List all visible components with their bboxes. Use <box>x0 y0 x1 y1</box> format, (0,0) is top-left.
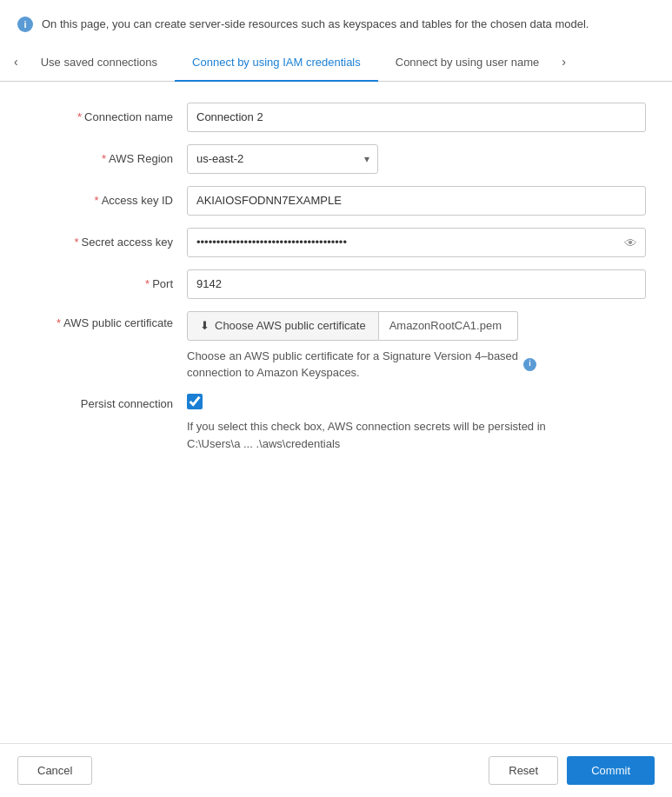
cert-desc-text: Choose an AWS public certificate for a S… <box>187 348 518 382</box>
footer-left: Cancel <box>17 756 92 785</box>
info-banner: i On this page, you can create server-si… <box>0 0 672 43</box>
aws-region-label: *AWS Region <box>26 152 187 165</box>
port-input[interactable] <box>187 269 646 299</box>
required-star-key: * <box>95 194 99 207</box>
port-label: *Port <box>26 277 187 290</box>
choose-cert-button[interactable]: ⬇ Choose AWS public certificate <box>187 311 379 341</box>
aws-cert-row: *AWS public certificate ⬇ Choose AWS pub… <box>26 311 646 382</box>
tab-username[interactable]: Connect by using user name <box>378 43 556 81</box>
cert-description: Choose an AWS public certificate for a S… <box>187 348 646 382</box>
secret-access-key-input[interactable] <box>187 228 646 257</box>
tab-prev-arrow[interactable]: ‹ <box>9 55 23 69</box>
commit-button[interactable]: Commit <box>567 756 655 785</box>
aws-region-row: *AWS Region us-east-2 us-east-1 us-west-… <box>26 144 646 174</box>
tabs-bar: ‹ Use saved connections Connect by using… <box>0 43 672 82</box>
required-star-secret: * <box>74 236 78 249</box>
secret-key-wrapper: 👁 <box>187 228 646 257</box>
cert-button-label: Choose AWS public certificate <box>215 319 366 332</box>
reset-button[interactable]: Reset <box>489 756 558 785</box>
persist-connection-row: Persist connection If you select this ch… <box>26 394 646 455</box>
cert-info-icon[interactable]: i <box>523 358 536 371</box>
aws-cert-label: *AWS public certificate <box>26 311 187 329</box>
cancel-button[interactable]: Cancel <box>17 756 92 785</box>
required-star-name: * <box>77 110 82 123</box>
cert-right-section: ⬇ Choose AWS public certificate AmazonRo… <box>187 311 646 382</box>
tab-saved-connections[interactable]: Use saved connections <box>23 43 175 81</box>
banner-text: On this page, you can create server-side… <box>42 16 589 33</box>
required-star-port: * <box>145 277 150 290</box>
persist-label: Persist connection <box>26 394 187 410</box>
access-key-id-label: *Access key ID <box>26 194 187 207</box>
tab-next-arrow[interactable]: › <box>556 55 571 69</box>
secret-access-key-row: *Secret access key 👁 <box>26 228 646 257</box>
connection-name-label: *Connection name <box>26 110 187 123</box>
tab-iam-credentials[interactable]: Connect by using IAM credentials <box>175 43 378 81</box>
aws-region-select-wrapper: us-east-2 us-east-1 us-west-1 us-west-2 … <box>187 144 378 174</box>
persist-description: If you select this check box, AWS connec… <box>187 418 646 455</box>
footer-right: Reset Commit <box>489 756 655 785</box>
secret-access-key-label: *Secret access key <box>26 236 187 249</box>
required-star-region: * <box>102 152 106 165</box>
persist-checkbox[interactable] <box>187 394 203 409</box>
aws-region-select[interactable]: us-east-2 us-east-1 us-west-1 us-west-2 … <box>187 144 378 174</box>
info-icon: i <box>17 17 33 32</box>
cert-controls: ⬇ Choose AWS public certificate AmazonRo… <box>187 311 646 341</box>
connection-name-row: *Connection name <box>26 103 646 132</box>
port-row: *Port <box>26 269 646 299</box>
persist-right-section: If you select this check box, AWS connec… <box>187 394 646 455</box>
download-icon: ⬇ <box>200 319 210 332</box>
form-area: *Connection name *AWS Region us-east-2 u… <box>0 82 672 744</box>
access-key-id-row: *Access key ID <box>26 186 646 216</box>
required-star-cert: * <box>57 316 61 329</box>
cert-filename: AmazonRootCA1.pem <box>379 311 518 341</box>
connection-name-input[interactable] <box>187 103 646 132</box>
access-key-id-input[interactable] <box>187 186 646 216</box>
footer-bar: Cancel Reset Commit <box>0 743 672 797</box>
eye-icon[interactable]: 👁 <box>624 235 637 249</box>
